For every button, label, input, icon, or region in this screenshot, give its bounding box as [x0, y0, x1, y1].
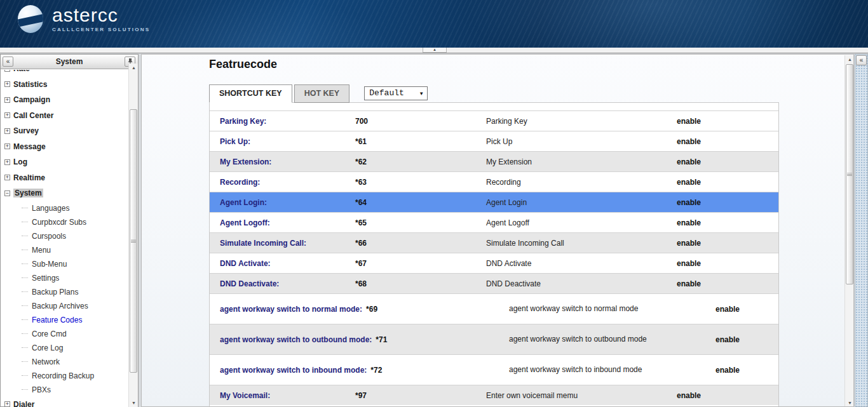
sidebar-subitem-network[interactable]: Network — [4, 355, 128, 369]
feature-desc: Agent Login — [486, 198, 677, 207]
tree-expander-icon[interactable]: + — [4, 143, 10, 149]
tree-branch-icon — [22, 236, 28, 236]
sidebar-item-dialer[interactable]: + Dialer — [4, 397, 128, 407]
feature-row[interactable]: Pick Up: *61 Pick Up enable — [210, 131, 778, 151]
feature-code: *68 — [355, 279, 486, 288]
sidebar-subitem-backup-archives[interactable]: Backup Archives — [4, 299, 128, 313]
sidebar-item-rate[interactable]: + Rate — [4, 70, 128, 77]
feature-label: agent workway switch to inbound mode: — [220, 366, 370, 375]
tree-branch-icon — [22, 222, 28, 222]
app-header: astercc CALLLCENTER SOLUTIONS — [0, 0, 868, 48]
content-scrollbar-thumb[interactable] — [846, 64, 853, 284]
sidebar-subitem-curpbxcdr-subs[interactable]: Curpbxcdr Subs — [4, 215, 128, 229]
feature-label: Agent Login: — [220, 198, 355, 207]
right-panel-expand-button[interactable]: « — [856, 55, 867, 65]
tab-shortcut-key[interactable]: SHORTCUT KEY — [209, 84, 292, 103]
feature-status: enable — [677, 305, 778, 314]
sidebar-item-campaign[interactable]: + Campaign — [4, 92, 128, 108]
feature-row[interactable]: Agent Login: *64 Agent Login enable — [210, 192, 778, 212]
feature-label: DND Activate: — [220, 259, 355, 268]
feature-code: *64 — [355, 198, 486, 207]
feature-code: *71 — [376, 335, 486, 344]
sidebar-item-realtime[interactable]: + Realtime — [4, 170, 128, 186]
feature-code: *69 — [366, 305, 486, 314]
sidebar-subitem-label: Languages — [32, 204, 69, 213]
content-scrollbar[interactable]: ▲ ▼ — [844, 55, 854, 407]
sidebar-title: System — [1, 55, 138, 69]
scroll-down-icon[interactable]: ▼ — [845, 399, 854, 407]
feature-desc: agent workway switch to outbound mode — [486, 335, 677, 344]
sidebar-item-label: System — [13, 189, 43, 197]
feature-code: *62 — [355, 157, 486, 166]
sidebar-subitem-label: Curspools — [32, 232, 66, 241]
tree-expander-icon[interactable]: + — [4, 401, 10, 407]
tree-expander-icon[interactable]: + — [4, 97, 10, 103]
feature-desc: DND Deactivate — [486, 279, 677, 288]
sidebar-scrollbar-thumb[interactable] — [130, 109, 137, 373]
sidebar-subitem-core-log[interactable]: Core Log — [4, 341, 128, 355]
feature-row[interactable]: agent workway switch to normal mode: *69… — [210, 293, 778, 324]
profile-select[interactable]: Default ▼ — [364, 86, 428, 100]
sidebar-subitem-label: Backup Archives — [32, 302, 88, 310]
sidebar-subitem-recording-backup[interactable]: Recording Backup — [4, 369, 128, 383]
feature-row[interactable]: My Voicemail: *97 Enter own voicemail me… — [210, 385, 778, 405]
tree-expander-icon[interactable]: + — [4, 159, 10, 165]
sidebar-subitem-sub-menu[interactable]: Sub-Menu — [4, 257, 128, 271]
feature-row[interactable]: Simulate Incoming Call: *66 Simulate Inc… — [210, 232, 778, 253]
tab-hot-key[interactable]: HOT KEY — [294, 84, 350, 103]
feature-row[interactable]: Agent Logoff: *65 Agent Logoff enable — [210, 212, 778, 232]
sidebar-item-label: Survey — [13, 126, 39, 135]
feature-row[interactable]: Parking Key: 700 Parking Key enable — [210, 110, 778, 131]
sidebar-item-message[interactable]: + Message — [4, 139, 128, 155]
sidebar-subitem-menu[interactable]: Menu — [4, 243, 128, 257]
sidebar-item-label: Dialer — [13, 400, 34, 407]
tree-expander-icon[interactable]: + — [4, 81, 10, 87]
sidebar-subitem-languages[interactable]: Languages — [4, 201, 128, 215]
tree-expander-icon[interactable]: + — [4, 128, 10, 134]
feature-row[interactable]: My Extension: *62 My Extension enable — [210, 151, 778, 171]
feature-desc: Enter own voicemail memu — [486, 391, 677, 400]
sidebar-subitem-backup-plans[interactable]: Backup Plans — [4, 285, 128, 299]
scroll-down-icon[interactable]: ▼ — [129, 399, 139, 407]
tree-branch-icon — [22, 291, 28, 292]
sidebar-subitem-core-cmd[interactable]: Core Cmd — [4, 327, 128, 341]
sidebar-item-call-center[interactable]: + Call Center — [4, 108, 128, 124]
tree-branch-icon — [22, 305, 28, 306]
feature-row[interactable]: DND Deactivate: *68 DND Deactivate enabl… — [210, 273, 778, 293]
feature-row[interactable]: agent workway switch to outbound mode: *… — [210, 324, 778, 354]
sidebar-subitem-label: Sub-Menu — [32, 260, 67, 269]
feature-status: enable — [677, 279, 778, 288]
sidebar-subitem-settings[interactable]: Settings — [4, 271, 128, 285]
header-collapse-strip: ▲ — [0, 48, 868, 53]
tree-expander-icon[interactable]: − — [4, 190, 10, 196]
sidebar-subitem-feature-codes[interactable]: Feature Codes — [4, 313, 128, 327]
header-collapse-toggle[interactable]: ▲ — [423, 48, 447, 53]
feature-row[interactable]: DND Activate: *67 DND Activate enable — [210, 253, 778, 273]
feature-status: enable — [677, 117, 778, 126]
sidebar-subtree: Languages Curpbxcdr Subs Curspools Menu … — [4, 201, 128, 397]
feature-status: enable — [677, 366, 778, 375]
sidebar-collapse-button[interactable]: « — [3, 57, 13, 67]
scroll-up-icon[interactable]: ▲ — [845, 55, 854, 63]
tree-expander-icon[interactable]: + — [4, 175, 10, 180]
sidebar-subitem-curspools[interactable]: Curspools — [4, 229, 128, 243]
feature-row[interactable]: agent workway switch to inbound mode: *7… — [210, 354, 778, 385]
feature-label: Pick Up: — [220, 137, 355, 146]
feature-code: *63 — [355, 178, 486, 187]
sidebar-item-log[interactable]: + Log — [4, 154, 128, 170]
tree-branch-icon — [22, 319, 28, 320]
tree-branch-icon — [22, 277, 28, 278]
sidebar-subitem-pbxs[interactable]: PBXs — [4, 383, 128, 397]
tree-expander-icon[interactable]: + — [4, 70, 10, 72]
feature-row[interactable]: Recording: *63 Recording enable — [210, 171, 778, 192]
sidebar-scrollbar[interactable]: ▲ ▼ — [128, 63, 138, 407]
feature-label: agent workway switch to normal mode: — [220, 305, 366, 314]
feature-status: enable — [677, 218, 778, 227]
sidebar-subitem-label: Backup Plans — [32, 288, 78, 297]
tree-expander-icon[interactable]: + — [4, 112, 10, 118]
sidebar-item-statistics[interactable]: + Statistics — [4, 77, 128, 93]
scroll-up-icon[interactable]: ▲ — [129, 63, 139, 72]
tree-branch-icon — [22, 250, 28, 250]
sidebar-item-survey[interactable]: + Survey — [4, 123, 128, 139]
sidebar-item-system[interactable]: − System — [4, 185, 128, 201]
